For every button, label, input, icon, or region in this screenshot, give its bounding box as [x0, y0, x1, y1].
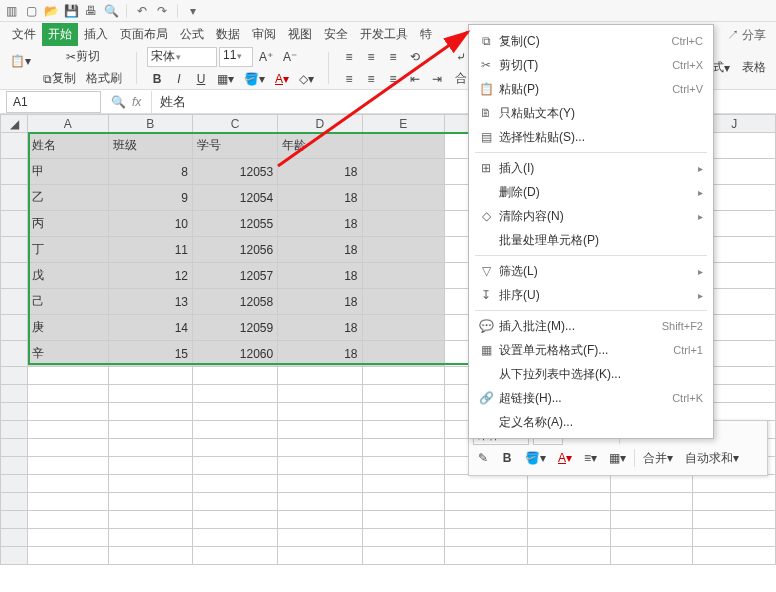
cell[interactable]: [527, 511, 610, 529]
cell[interactable]: 12058: [192, 289, 277, 315]
cell[interactable]: [362, 289, 445, 315]
cell[interactable]: [527, 493, 610, 511]
cell[interactable]: [362, 211, 445, 237]
ctx-cut[interactable]: ✂剪切(T)Ctrl+X: [469, 53, 713, 77]
cell[interactable]: [192, 421, 277, 439]
ctx-clear[interactable]: ◇清除内容(N)▸: [469, 204, 713, 228]
col-E[interactable]: E: [362, 115, 445, 133]
cell[interactable]: [192, 367, 277, 385]
ctx-paste[interactable]: 📋粘贴(P)Ctrl+V: [469, 77, 713, 101]
cell[interactable]: 10: [108, 211, 192, 237]
align-left-button[interactable]: ≡: [339, 69, 359, 89]
cell[interactable]: [362, 263, 445, 289]
cell[interactable]: 18: [278, 315, 362, 341]
cell[interactable]: [693, 493, 776, 511]
cell[interactable]: 12055: [192, 211, 277, 237]
align-middle-button[interactable]: ≡: [361, 47, 381, 67]
border-button[interactable]: ▦▾: [213, 69, 238, 89]
more-icon[interactable]: ▾: [186, 4, 200, 18]
col-B[interactable]: B: [108, 115, 192, 133]
cell[interactable]: 18: [278, 341, 362, 367]
col-C[interactable]: C: [192, 115, 277, 133]
bold-button[interactable]: B: [147, 69, 167, 89]
cell[interactable]: [445, 529, 528, 547]
cell[interactable]: [28, 421, 109, 439]
cell[interactable]: [28, 385, 109, 403]
cell[interactable]: [362, 237, 445, 263]
cell[interactable]: [693, 511, 776, 529]
cell[interactable]: [278, 511, 362, 529]
ctx-batch[interactable]: 批量处理单元格(P): [469, 228, 713, 252]
cell[interactable]: [28, 547, 109, 565]
mini-fillcolor-button[interactable]: 🪣▾: [521, 448, 550, 468]
cell[interactable]: 11: [108, 237, 192, 263]
cell[interactable]: 姓名: [28, 133, 109, 159]
cell[interactable]: [108, 439, 192, 457]
row-header[interactable]: [1, 341, 28, 367]
cell[interactable]: [362, 529, 445, 547]
row-header[interactable]: [1, 185, 28, 211]
cell[interactable]: 庚: [28, 315, 109, 341]
row-header[interactable]: [1, 211, 28, 237]
ctx-filter[interactable]: ▽筛选(L)▸: [469, 259, 713, 283]
cell[interactable]: [362, 403, 445, 421]
cell[interactable]: [192, 511, 277, 529]
mini-fontcolor-button[interactable]: A▾: [554, 448, 576, 468]
col-D[interactable]: D: [278, 115, 362, 133]
cell[interactable]: [192, 403, 277, 421]
cell[interactable]: [362, 341, 445, 367]
cell[interactable]: [362, 439, 445, 457]
new-icon[interactable]: ▢: [24, 4, 38, 18]
cell[interactable]: [362, 457, 445, 475]
cell[interactable]: 戊: [28, 263, 109, 289]
cut-button[interactable]: ✂ 剪切: [39, 47, 126, 67]
cell[interactable]: [108, 547, 192, 565]
cell[interactable]: [527, 529, 610, 547]
shrink-font-button[interactable]: A⁻: [279, 47, 301, 67]
align-bottom-button[interactable]: ≡: [383, 47, 403, 67]
cell[interactable]: 18: [278, 263, 362, 289]
cell[interactable]: [28, 511, 109, 529]
cell[interactable]: [28, 475, 109, 493]
cell[interactable]: 乙: [28, 185, 109, 211]
tab-special[interactable]: 特: [414, 23, 438, 46]
cell[interactable]: [362, 159, 445, 185]
cell[interactable]: [108, 511, 192, 529]
ctx-definename[interactable]: 定义名称(A)...: [469, 410, 713, 434]
ctx-pastetext[interactable]: 🗎只粘贴文本(Y): [469, 101, 713, 125]
cell[interactable]: [278, 403, 362, 421]
ctx-dropdown[interactable]: 从下拉列表中选择(K)...: [469, 362, 713, 386]
ctx-hyperlink[interactable]: 🔗超链接(H)...Ctrl+K: [469, 386, 713, 410]
clearformat-button[interactable]: ◇▾: [295, 69, 318, 89]
row-header[interactable]: [1, 457, 28, 475]
tab-formula[interactable]: 公式: [174, 23, 210, 46]
ctx-copy[interactable]: ⧉复制(C)Ctrl+C: [469, 29, 713, 53]
open-icon[interactable]: 📂: [44, 4, 58, 18]
cell[interactable]: 辛: [28, 341, 109, 367]
row-header[interactable]: [1, 439, 28, 457]
cell[interactable]: 年龄: [278, 133, 362, 159]
align-top-button[interactable]: ≡: [339, 47, 359, 67]
cell[interactable]: [278, 475, 362, 493]
cell[interactable]: [362, 511, 445, 529]
fontcolor-button[interactable]: A▾: [271, 69, 293, 89]
fx-search-icon[interactable]: 🔍: [111, 95, 126, 109]
preview-icon[interactable]: 🔍: [104, 4, 118, 18]
cell[interactable]: [28, 403, 109, 421]
formatpainter-button[interactable]: 格式刷: [82, 69, 126, 89]
cell[interactable]: [445, 511, 528, 529]
mini-align-button[interactable]: ≡▾: [580, 448, 601, 468]
redo-icon[interactable]: ↷: [155, 4, 169, 18]
ctx-sort[interactable]: ↧排序(U)▸: [469, 283, 713, 307]
mini-border-button[interactable]: ▦▾: [605, 448, 630, 468]
cell[interactable]: 12054: [192, 185, 277, 211]
align-center-button[interactable]: ≡: [361, 69, 381, 89]
cell[interactable]: [362, 185, 445, 211]
cell[interactable]: [108, 493, 192, 511]
cell[interactable]: 甲: [28, 159, 109, 185]
row-header[interactable]: [1, 237, 28, 263]
tab-devtools[interactable]: 开发工具: [354, 23, 414, 46]
ctx-comment[interactable]: 💬插入批注(M)...Shift+F2: [469, 314, 713, 338]
tab-pagelayout[interactable]: 页面布局: [114, 23, 174, 46]
tab-security[interactable]: 安全: [318, 23, 354, 46]
